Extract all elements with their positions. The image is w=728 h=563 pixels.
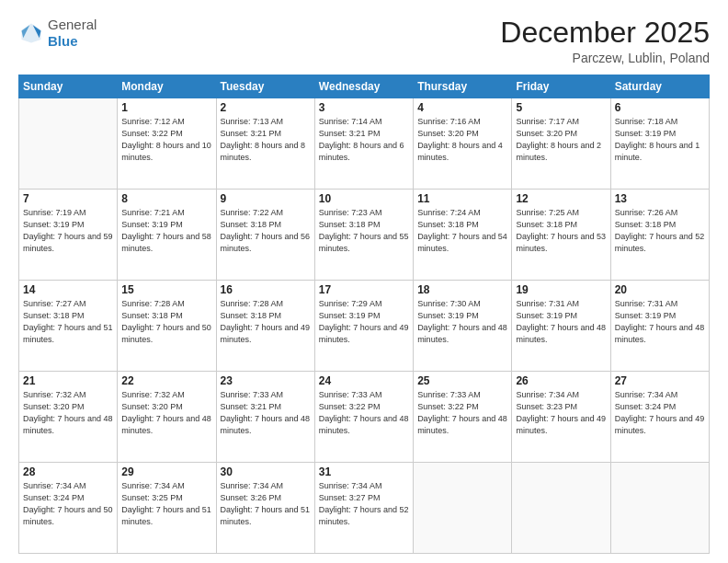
calendar-weekday-tuesday: Tuesday — [216, 75, 314, 98]
calendar-cell: 25Sunrise: 7:33 AMSunset: 3:22 PMDayligh… — [414, 372, 512, 463]
cell-info: Sunrise: 7:23 AMSunset: 3:18 PMDaylight:… — [319, 207, 409, 255]
cell-info: Sunrise: 7:33 AMSunset: 3:22 PMDaylight:… — [417, 389, 507, 437]
day-number: 10 — [319, 192, 409, 205]
calendar-cell: 4Sunrise: 7:16 AMSunset: 3:20 PMDaylight… — [414, 98, 512, 190]
logo-blue: Blue — [48, 33, 78, 49]
calendar-cell: 21Sunrise: 7:32 AMSunset: 3:20 PMDayligh… — [19, 372, 118, 463]
cell-info: Sunrise: 7:34 AMSunset: 3:27 PMDaylight:… — [319, 480, 409, 528]
cell-info: Sunrise: 7:26 AMSunset: 3:18 PMDaylight:… — [615, 207, 705, 255]
calendar-cell: 1Sunrise: 7:12 AMSunset: 3:22 PMDaylight… — [118, 98, 216, 190]
day-number: 2 — [221, 101, 311, 114]
calendar-weekday-wednesday: Wednesday — [314, 75, 413, 98]
calendar-cell: 31Sunrise: 7:34 AMSunset: 3:27 PMDayligh… — [314, 463, 413, 554]
cell-info: Sunrise: 7:24 AMSunset: 3:18 PMDaylight:… — [417, 207, 507, 255]
cell-info: Sunrise: 7:27 AMSunset: 3:18 PMDaylight:… — [23, 298, 113, 346]
day-number: 20 — [615, 283, 705, 296]
day-number: 5 — [516, 101, 606, 114]
cell-info: Sunrise: 7:17 AMSunset: 3:20 PMDaylight:… — [516, 116, 606, 164]
day-number: 15 — [121, 283, 211, 296]
cell-info: Sunrise: 7:32 AMSunset: 3:20 PMDaylight:… — [121, 389, 211, 437]
calendar-cell: 8Sunrise: 7:21 AMSunset: 3:19 PMDaylight… — [118, 190, 216, 281]
day-number: 23 — [221, 374, 311, 387]
day-number: 9 — [221, 192, 311, 205]
header: General Blue December 2025 Parczew, Lubl… — [18, 17, 710, 65]
cell-info: Sunrise: 7:28 AMSunset: 3:18 PMDaylight:… — [121, 298, 211, 346]
calendar-week-row: 7Sunrise: 7:19 AMSunset: 3:19 PMDaylight… — [19, 190, 710, 281]
location: Parczew, Lublin, Poland — [500, 51, 710, 65]
day-number: 29 — [121, 465, 211, 478]
day-number: 13 — [615, 192, 705, 205]
cell-info: Sunrise: 7:34 AMSunset: 3:24 PMDaylight:… — [23, 480, 113, 528]
cell-info: Sunrise: 7:13 AMSunset: 3:21 PMDaylight:… — [221, 116, 311, 164]
calendar-cell: 6Sunrise: 7:18 AMSunset: 3:19 PMDaylight… — [610, 98, 709, 190]
day-number: 16 — [221, 283, 311, 296]
calendar-cell: 2Sunrise: 7:13 AMSunset: 3:21 PMDaylight… — [216, 98, 314, 190]
cell-info: Sunrise: 7:32 AMSunset: 3:20 PMDaylight:… — [23, 389, 113, 437]
cell-info: Sunrise: 7:19 AMSunset: 3:19 PMDaylight:… — [23, 207, 113, 255]
cell-info: Sunrise: 7:22 AMSunset: 3:18 PMDaylight:… — [221, 207, 311, 255]
page: General Blue December 2025 Parczew, Lubl… — [0, 0, 728, 563]
day-number: 4 — [417, 101, 507, 114]
day-number: 14 — [23, 283, 113, 296]
calendar-table: SundayMondayTuesdayWednesdayThursdayFrid… — [18, 75, 710, 554]
calendar-weekday-monday: Monday — [118, 75, 216, 98]
calendar-week-row: 14Sunrise: 7:27 AMSunset: 3:18 PMDayligh… — [19, 281, 710, 372]
cell-info: Sunrise: 7:34 AMSunset: 3:23 PMDaylight:… — [516, 389, 606, 437]
calendar-weekday-saturday: Saturday — [610, 75, 709, 98]
calendar-cell: 24Sunrise: 7:33 AMSunset: 3:22 PMDayligh… — [314, 372, 413, 463]
calendar-cell: 19Sunrise: 7:31 AMSunset: 3:19 PMDayligh… — [512, 281, 610, 372]
calendar-cell: 5Sunrise: 7:17 AMSunset: 3:20 PMDaylight… — [512, 98, 610, 190]
calendar-cell — [512, 463, 610, 554]
cell-info: Sunrise: 7:18 AMSunset: 3:19 PMDaylight:… — [615, 116, 705, 164]
day-number: 24 — [319, 374, 409, 387]
month-title: December 2025 — [500, 17, 710, 49]
day-number: 27 — [615, 374, 705, 387]
calendar-weekday-friday: Friday — [512, 75, 610, 98]
calendar-cell: 29Sunrise: 7:34 AMSunset: 3:25 PMDayligh… — [118, 463, 216, 554]
calendar-cell: 23Sunrise: 7:33 AMSunset: 3:21 PMDayligh… — [216, 372, 314, 463]
cell-info: Sunrise: 7:21 AMSunset: 3:19 PMDaylight:… — [121, 207, 211, 255]
title-block: December 2025 Parczew, Lublin, Poland — [500, 17, 710, 65]
calendar-cell — [414, 463, 512, 554]
calendar-cell: 18Sunrise: 7:30 AMSunset: 3:19 PMDayligh… — [414, 281, 512, 372]
day-number: 12 — [516, 192, 606, 205]
cell-info: Sunrise: 7:28 AMSunset: 3:18 PMDaylight:… — [221, 298, 311, 346]
day-number: 7 — [23, 192, 113, 205]
calendar-cell: 11Sunrise: 7:24 AMSunset: 3:18 PMDayligh… — [414, 190, 512, 281]
calendar-cell: 16Sunrise: 7:28 AMSunset: 3:18 PMDayligh… — [216, 281, 314, 372]
calendar-cell: 7Sunrise: 7:19 AMSunset: 3:19 PMDaylight… — [19, 190, 118, 281]
calendar-cell: 28Sunrise: 7:34 AMSunset: 3:24 PMDayligh… — [19, 463, 118, 554]
calendar-week-row: 28Sunrise: 7:34 AMSunset: 3:24 PMDayligh… — [19, 463, 710, 554]
cell-info: Sunrise: 7:16 AMSunset: 3:20 PMDaylight:… — [417, 116, 507, 164]
day-number: 30 — [221, 465, 311, 478]
calendar-week-row: 1Sunrise: 7:12 AMSunset: 3:22 PMDaylight… — [19, 98, 710, 190]
cell-info: Sunrise: 7:14 AMSunset: 3:21 PMDaylight:… — [319, 116, 409, 164]
day-number: 31 — [319, 465, 409, 478]
cell-info: Sunrise: 7:29 AMSunset: 3:19 PMDaylight:… — [319, 298, 409, 346]
day-number: 21 — [23, 374, 113, 387]
calendar-cell: 30Sunrise: 7:34 AMSunset: 3:26 PMDayligh… — [216, 463, 314, 554]
calendar-cell: 26Sunrise: 7:34 AMSunset: 3:23 PMDayligh… — [512, 372, 610, 463]
cell-info: Sunrise: 7:34 AMSunset: 3:26 PMDaylight:… — [221, 480, 311, 528]
calendar-cell: 20Sunrise: 7:31 AMSunset: 3:19 PMDayligh… — [610, 281, 709, 372]
cell-info: Sunrise: 7:30 AMSunset: 3:19 PMDaylight:… — [417, 298, 507, 346]
calendar-cell: 15Sunrise: 7:28 AMSunset: 3:18 PMDayligh… — [118, 281, 216, 372]
calendar-cell: 22Sunrise: 7:32 AMSunset: 3:20 PMDayligh… — [118, 372, 216, 463]
day-number: 18 — [417, 283, 507, 296]
logo-general: General — [48, 17, 97, 32]
logo: General Blue — [18, 17, 97, 50]
day-number: 19 — [516, 283, 606, 296]
calendar-weekday-thursday: Thursday — [414, 75, 512, 98]
day-number: 22 — [121, 374, 211, 387]
calendar-cell: 17Sunrise: 7:29 AMSunset: 3:19 PMDayligh… — [314, 281, 413, 372]
logo-text: General Blue — [48, 17, 97, 50]
calendar-cell: 27Sunrise: 7:34 AMSunset: 3:24 PMDayligh… — [610, 372, 709, 463]
calendar-cell: 13Sunrise: 7:26 AMSunset: 3:18 PMDayligh… — [610, 190, 709, 281]
day-number: 17 — [319, 283, 409, 296]
day-number: 6 — [615, 101, 705, 114]
calendar-cell: 12Sunrise: 7:25 AMSunset: 3:18 PMDayligh… — [512, 190, 610, 281]
day-number: 28 — [23, 465, 113, 478]
calendar-cell — [610, 463, 709, 554]
logo-icon — [18, 20, 44, 46]
day-number: 8 — [121, 192, 211, 205]
